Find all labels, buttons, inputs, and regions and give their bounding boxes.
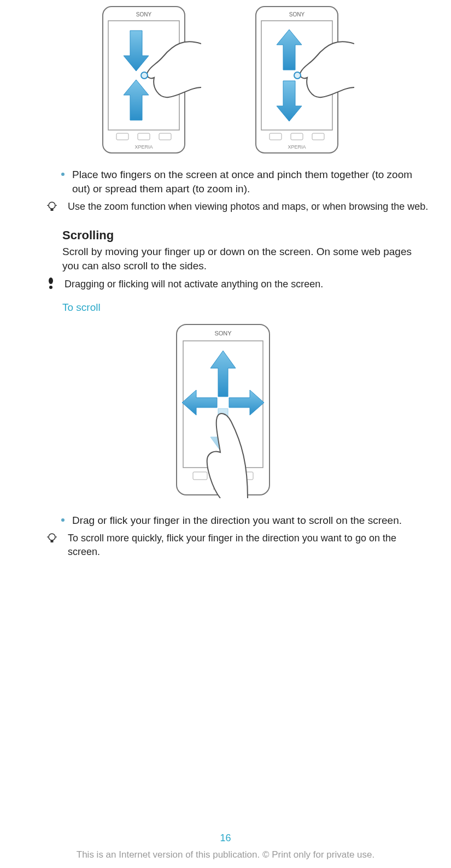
footer-legal: This is an Internet version of this publ…: [0, 849, 451, 860]
scroll-illustration: SONY XPERIA: [22, 323, 429, 498]
pinch-bullet: Place two fingers on the screen at once …: [61, 168, 429, 196]
scroll-bullet-text: Drag or flick your finger in the directi…: [72, 513, 402, 528]
svg-rect-24: [51, 540, 54, 542]
scrolling-note: Dragging or flicking will not activate a…: [47, 277, 429, 292]
content: SONY XPERIA: [22, 0, 429, 558]
pinch-illustration-row: SONY XPERIA: [22, 5, 429, 156]
scroll-tip-text: To scroll more quickly, flick your finge…: [68, 532, 429, 558]
phone-pinch-in-illustration: SONY XPERIA: [97, 5, 201, 156]
phone-scroll-illustration: SONY XPERIA: [166, 323, 286, 498]
phone-pinch-out-illustration: SONY XPERIA: [250, 5, 354, 156]
svg-point-11: [294, 72, 301, 79]
exclamation-icon: [47, 277, 58, 292]
phone-model-label: XPERIA: [288, 144, 306, 150]
bullet-icon: [61, 173, 65, 176]
phone-brand-label: SONY: [214, 330, 232, 336]
scroll-tip: To scroll more quickly, flick your finge…: [47, 532, 429, 558]
svg-point-12: [49, 202, 55, 209]
pinch-tip-text: Use the zoom function when viewing photo…: [68, 200, 428, 213]
lightbulb-icon: [47, 533, 58, 547]
scrolling-note-text: Dragging or flicking will not activate a…: [65, 277, 323, 291]
svg-point-16: [49, 277, 53, 284]
scrolling-paragraph: Scroll by moving your finger up or down …: [62, 245, 429, 273]
scrolling-heading: Scrolling: [62, 228, 429, 243]
svg-point-17: [49, 286, 52, 289]
pinch-bullet-text: Place two fingers on the screen at once …: [72, 168, 429, 196]
svg-rect-13: [51, 209, 54, 211]
phone-model-label: XPERIA: [134, 144, 153, 150]
page: SONY XPERIA: [0, 0, 451, 868]
lightbulb-icon: [47, 201, 58, 215]
pinch-tip: Use the zoom function when viewing photo…: [47, 200, 429, 215]
phone-brand-label: SONY: [136, 11, 151, 17]
svg-point-23: [49, 534, 55, 540]
bullet-icon: [61, 518, 65, 522]
to-scroll-subheading: To scroll: [62, 302, 429, 314]
page-number: 16: [0, 832, 451, 844]
phone-brand-label: SONY: [289, 11, 304, 17]
svg-point-5: [141, 72, 148, 79]
scroll-bullet: Drag or flick your finger in the directi…: [61, 513, 429, 528]
